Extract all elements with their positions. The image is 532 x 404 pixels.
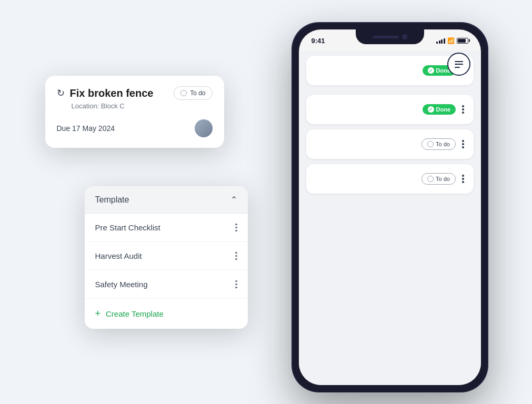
task-card-4: To do <box>306 164 474 194</box>
template-dropdown-header[interactable]: Template ⌃ <box>85 186 248 214</box>
battery-icon <box>457 38 468 44</box>
avatar-image <box>195 119 213 137</box>
task-status-label: To do <box>190 89 205 97</box>
template-item-label-1: Pre Start Checklist <box>95 223 160 232</box>
done-check-icon-1: ✓ <box>428 67 434 74</box>
task-footer: Due 17 May 2024 <box>57 119 213 137</box>
task-card-3: To do <box>306 129 474 159</box>
status-circle-icon <box>180 90 187 96</box>
phone-frame: 9:41 📶 <box>293 23 487 391</box>
item-more-1[interactable] <box>235 224 237 232</box>
status-icons: 📶 <box>436 37 468 44</box>
hamburger-icon <box>455 61 463 68</box>
more-options-3[interactable] <box>460 138 466 150</box>
task-title-row: ↻ Fix broken fence To do <box>57 86 213 100</box>
done-check-icon-2: ✓ <box>428 106 434 113</box>
repeat-icon: ↻ <box>57 87 65 99</box>
todo-badge-2: To do <box>421 173 456 185</box>
signal-bar-3 <box>441 39 443 44</box>
template-item-2[interactable]: Harvest Audit <box>85 242 248 270</box>
todo-label-1: To do <box>436 141 450 147</box>
signal-icon <box>436 37 445 44</box>
phone-content: ✓ Done ✓ Done <box>299 50 481 385</box>
status-time: 9:41 <box>312 37 325 45</box>
spacer <box>306 90 474 95</box>
task-title: Fix broken fence <box>70 87 154 99</box>
phone-speaker <box>373 36 399 38</box>
menu-line-3 <box>455 67 460 68</box>
floating-task-card: ↻ Fix broken fence To do Location: Block… <box>45 76 224 148</box>
phone-notch <box>356 29 424 44</box>
task-card-2: ✓ Done <box>306 95 474 124</box>
more-options-4[interactable] <box>460 173 466 185</box>
avatar <box>195 119 213 137</box>
todo-circle-2 <box>427 176 434 182</box>
todo-circle-1 <box>427 141 434 147</box>
template-dropdown: Template ⌃ Pre Start Checklist Harvest A… <box>85 186 248 329</box>
todo-badge-1: To do <box>421 138 456 150</box>
signal-bar-2 <box>439 41 440 44</box>
create-plus-icon: + <box>95 308 101 319</box>
task-status-badge[interactable]: To do <box>174 86 212 100</box>
template-header-label: Template <box>95 195 129 205</box>
more-options-2[interactable] <box>460 103 466 116</box>
signal-bar-4 <box>444 38 445 44</box>
signal-bar-1 <box>436 42 438 44</box>
chevron-up-icon: ⌃ <box>230 195 237 205</box>
battery-fill <box>458 39 466 43</box>
create-template-button[interactable]: + Create Template <box>85 299 248 329</box>
phone-screen: 9:41 📶 <box>299 29 481 385</box>
create-template-label: Create Template <box>106 309 164 318</box>
item-more-3[interactable] <box>235 280 237 289</box>
menu-line-1 <box>455 61 463 62</box>
done-label-2: Done <box>436 106 451 113</box>
due-date: Due 17 May 2024 <box>57 124 115 133</box>
menu-button[interactable] <box>447 53 470 76</box>
done-badge-2: ✓ Done <box>423 104 456 115</box>
task-location: Location: Block C <box>72 102 213 110</box>
wifi-icon: 📶 <box>447 37 455 44</box>
item-more-2[interactable] <box>235 252 237 260</box>
template-item-1[interactable]: Pre Start Checklist <box>85 214 248 242</box>
phone-camera <box>402 34 407 39</box>
template-item-label-3: Safety Meeting <box>95 280 148 289</box>
todo-label-2: To do <box>436 176 450 182</box>
template-item-3[interactable]: Safety Meeting <box>85 270 248 299</box>
template-item-label-2: Harvest Audit <box>95 251 142 260</box>
menu-line-2 <box>455 64 463 65</box>
scene: 9:41 📶 <box>29 13 503 391</box>
